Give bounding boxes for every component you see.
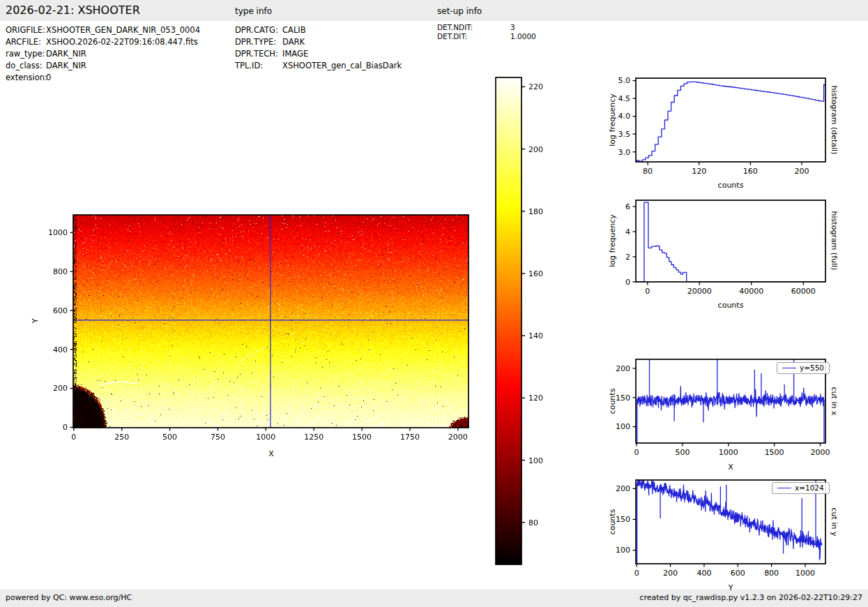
cut-y-right-label: cut in y — [830, 508, 839, 537]
metadata-value: 1.0000 — [510, 32, 536, 40]
svg-text:60000: 60000 — [791, 287, 816, 296]
svg-text:4: 4 — [625, 227, 630, 237]
main-ylabel: Y — [31, 319, 40, 324]
metadata-value: DARK_NIR — [46, 61, 86, 70]
metadata-label: do_class: — [6, 61, 46, 70]
svg-text:120: 120 — [692, 167, 706, 176]
cut-x-xlabel: X — [728, 463, 733, 472]
svg-text:1500: 1500 — [352, 433, 372, 442]
svg-text:20000: 20000 — [687, 287, 712, 296]
svg-text:160: 160 — [528, 269, 543, 278]
colorbar: 80100120140160180200220 — [496, 77, 521, 564]
svg-text:220: 220 — [528, 82, 543, 91]
metadata-row: DPR.TECH:IMAGE — [235, 47, 402, 59]
setup-info-heading: set-up info — [437, 6, 482, 16]
metadata-value: CALIB — [282, 25, 306, 35]
svg-text:250: 250 — [114, 433, 129, 442]
svg-text:800: 800 — [764, 569, 779, 578]
svg-text:0: 0 — [71, 433, 76, 442]
svg-text:1250: 1250 — [304, 433, 323, 442]
svg-text:100: 100 — [616, 546, 630, 555]
metadata-row: TPL.ID:XSHOOTER_gen_cal_BiasDark — [235, 59, 402, 71]
cut-y-legend: x=1024 — [772, 482, 830, 494]
svg-text:150: 150 — [616, 394, 630, 403]
metadata-label: extension: — [6, 73, 46, 82]
svg-text:1000: 1000 — [719, 448, 738, 457]
svg-text:4.0: 4.0 — [618, 112, 631, 121]
metadata-label: ORIGFILE: — [6, 25, 46, 35]
metadata-value: XSHOO.2026-02-22T09:16:08.447.fits — [46, 37, 198, 47]
cut-x-legend: y=550 — [777, 362, 830, 374]
svg-text:200: 200 — [616, 364, 630, 373]
footer-powered-by: powered by QC: www.eso.org/HC — [6, 593, 132, 602]
footer-bar: powered by QC: www.eso.org/HC created by… — [0, 590, 868, 607]
cut-x-right-label: cut in x — [830, 387, 839, 416]
metadata-row: DET.DIT:1.0000 — [437, 31, 536, 40]
file-metadata: ORIGFILE:XSHOOTER_GEN_DARK_NIR_053_0004 … — [6, 24, 200, 83]
svg-text:600: 600 — [731, 569, 745, 578]
metadata-label: DPR.TYPE: — [235, 37, 282, 47]
svg-text:140: 140 — [528, 331, 543, 340]
svg-text:2: 2 — [625, 253, 630, 262]
svg-text:200: 200 — [616, 484, 630, 493]
metadata-label: TPL.ID: — [235, 61, 282, 70]
svg-text:750: 750 — [211, 433, 225, 442]
svg-text:100: 100 — [528, 456, 543, 465]
legend-label: x=1024 — [795, 484, 824, 492]
legend-line-sample — [782, 368, 796, 368]
metadata-value: XSHOOTER_gen_cal_BiasDark — [282, 61, 402, 70]
metadata-row: DPR.CATG:CALIB — [235, 24, 402, 36]
hist-detail-ylabel: log frequency — [608, 93, 617, 146]
svg-text:150: 150 — [616, 515, 630, 524]
metadata-label: DET.NDIT: — [437, 23, 510, 31]
svg-text:500: 500 — [162, 433, 177, 442]
svg-text:200: 200 — [794, 167, 809, 176]
metadata-label: raw_type: — [6, 49, 46, 59]
svg-text:40000: 40000 — [739, 287, 763, 296]
svg-text:1000: 1000 — [795, 569, 815, 578]
svg-text:500: 500 — [675, 448, 690, 457]
svg-text:180: 180 — [528, 207, 543, 216]
type-info-metadata: DPR.CATG:CALIB DPR.TYPE:DARK DPR.TECH:IM… — [235, 24, 402, 71]
type-info-heading: type info — [235, 6, 272, 16]
hist-detail-xlabel: counts — [718, 181, 744, 190]
svg-text:3.5: 3.5 — [618, 130, 631, 139]
qc-report-page: 2026-02-21: XSHOOTER type info set-up in… — [0, 0, 868, 607]
metadata-value: 3 — [510, 23, 515, 31]
svg-text:1000: 1000 — [48, 228, 68, 237]
svg-text:800: 800 — [53, 267, 68, 276]
setup-info-metadata: DET.NDIT:3 DET.DIT:1.0000 — [437, 22, 536, 40]
hist-full-ylabel: log frequency — [608, 214, 617, 267]
svg-text:1500: 1500 — [765, 448, 784, 457]
svg-text:3.0: 3.0 — [618, 148, 631, 157]
metadata-row: do_class:DARK_NIR — [6, 59, 200, 71]
svg-text:600: 600 — [53, 306, 68, 315]
svg-text:400: 400 — [696, 569, 711, 578]
metadata-value: DARK_NIR — [46, 49, 86, 59]
svg-text:1750: 1750 — [400, 433, 420, 442]
metadata-row: DPR.TYPE:DARK — [235, 36, 402, 47]
svg-text:0: 0 — [634, 569, 639, 578]
hist-full-xlabel: counts — [718, 301, 744, 310]
cut-y-xlabel: Y — [729, 583, 733, 592]
svg-text:0: 0 — [63, 423, 68, 432]
svg-text:1000: 1000 — [256, 433, 275, 442]
metadata-value: DARK — [282, 37, 305, 47]
metadata-value: XSHOOTER_GEN_DARK_NIR_053_0004 — [46, 25, 200, 35]
svg-text:120: 120 — [528, 394, 543, 403]
header-bar: 2026-02-21: XSHOOTER type info set-up in… — [0, 0, 868, 21]
metadata-row: ORIGFILE:XSHOOTER_GEN_DARK_NIR_053_0004 — [6, 24, 200, 36]
metadata-row: raw_type:DARK_NIR — [6, 47, 200, 59]
main-xlabel: X — [268, 449, 274, 458]
svg-text:200: 200 — [53, 384, 68, 393]
cut-x-ylabel: counts — [608, 389, 617, 414]
svg-text:80: 80 — [528, 518, 538, 527]
histogram-detail-plot: 801201602003.03.54.04.55.0 — [636, 78, 825, 162]
hist-detail-right-label: histogram (detail) — [830, 86, 839, 155]
legend-line-sample — [777, 488, 791, 488]
svg-text:100: 100 — [616, 422, 630, 431]
svg-text:0: 0 — [625, 278, 630, 287]
svg-text:200: 200 — [528, 145, 543, 154]
svg-text:400: 400 — [53, 345, 68, 354]
svg-text:2000: 2000 — [810, 448, 830, 457]
